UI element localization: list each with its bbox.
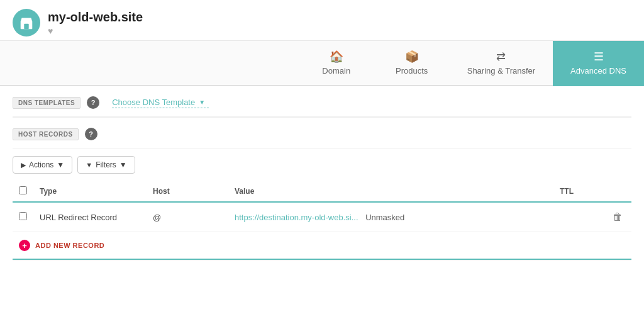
tab-sharing-transfer-label: Sharing & Transfer	[467, 66, 535, 76]
dns-template-dropdown[interactable]: Choose DNS Template ▼	[112, 98, 209, 108]
row-ttl	[553, 202, 604, 232]
main-content: DNS TEMPLATES ? Choose DNS Template ▼ HO…	[0, 86, 644, 273]
tab-products-label: Products	[396, 66, 428, 76]
col-header-actions	[604, 181, 631, 202]
filters-dropdown-icon: ▼	[119, 160, 127, 169]
filters-icon: ▼	[86, 161, 92, 169]
row-type: URL Redirect Record	[33, 202, 147, 232]
table-row: URL Redirect Record @ https://destinatio…	[13, 202, 631, 232]
row-checkbox-cell	[13, 202, 33, 232]
tab-domain-label: Domain	[322, 66, 350, 76]
add-new-record-button[interactable]: ADD NEW RECORD	[35, 242, 104, 249]
add-record-cell: + ADD NEW RECORD	[13, 232, 631, 260]
advanced-dns-icon: ☰	[594, 50, 604, 64]
domain-icon: 🏠	[330, 50, 343, 64]
dns-template-placeholder: Choose DNS Template	[112, 98, 195, 107]
row-host: @	[147, 202, 228, 232]
toolbar: ▶ Actions ▼ ▼ Filters ▼	[13, 148, 631, 179]
dropdown-arrow-icon: ▼	[199, 99, 205, 106]
site-tag: ♥	[48, 26, 143, 36]
header: my-old-web.site ♥	[0, 0, 644, 41]
actions-button[interactable]: ▶ Actions ▼	[13, 156, 72, 174]
dns-templates-help[interactable]: ?	[87, 96, 99, 109]
tab-advanced-dns-label: Advanced DNS	[570, 66, 626, 76]
dns-records-table: Type Host Value TTL	[13, 181, 631, 260]
row-delete-cell: 🗑	[604, 202, 631, 232]
add-record-icon: +	[19, 240, 30, 251]
select-all-checkbox[interactable]	[19, 186, 27, 194]
actions-dropdown-icon: ▼	[57, 160, 64, 169]
col-header-value: Value	[228, 181, 553, 202]
add-record-container: + ADD NEW RECORD	[13, 232, 631, 260]
host-records-label: HOST RECORDS	[13, 128, 79, 140]
host-records-section: HOST RECORDS ? ▶ Actions ▼ ▼ Filters ▼	[13, 117, 631, 260]
add-record-row: + ADD NEW RECORD	[13, 232, 631, 260]
site-name: my-old-web.site	[48, 10, 143, 25]
row-value-link[interactable]: https://destination.my-old-web.si...	[235, 213, 358, 222]
row-value: https://destination.my-old-web.si... Unm…	[228, 202, 553, 232]
row-checkbox[interactable]	[19, 212, 27, 220]
svg-rect-2	[21, 21, 33, 22]
dns-templates-label: DNS TEMPLATES	[13, 97, 80, 109]
actions-play-icon: ▶	[21, 161, 26, 169]
tab-domain[interactable]: 🏠 Domain	[299, 41, 374, 86]
table-header: Type Host Value TTL	[13, 181, 631, 202]
delete-record-button[interactable]: 🗑	[610, 210, 625, 224]
tab-advanced-dns[interactable]: ☰ Advanced DNS	[553, 41, 644, 86]
sharing-transfer-icon: ⇄	[496, 50, 506, 64]
col-header-host: Host	[147, 181, 228, 202]
tab-sharing-transfer[interactable]: ⇄ Sharing & Transfer	[450, 41, 553, 86]
dns-templates-section: DNS TEMPLATES ? Choose DNS Template ▼	[13, 86, 631, 117]
filters-label: Filters	[96, 160, 116, 169]
products-icon: 📦	[405, 50, 419, 64]
col-header-ttl: TTL	[553, 181, 604, 202]
site-logo	[13, 9, 40, 36]
row-value-badge: Unmasked	[365, 213, 404, 222]
col-header-type: Type	[33, 181, 147, 202]
host-records-header: HOST RECORDS ?	[13, 118, 631, 148]
svg-rect-1	[24, 24, 28, 29]
actions-label: Actions	[29, 160, 53, 169]
table-body: URL Redirect Record @ https://destinatio…	[13, 202, 631, 260]
site-info: my-old-web.site ♥	[48, 10, 143, 36]
col-header-check	[13, 181, 33, 202]
filters-button[interactable]: ▼ Filters ▼	[77, 156, 135, 174]
nav-tabs: 🏠 Domain 📦 Products ⇄ Sharing & Transfer…	[0, 41, 644, 86]
host-records-help[interactable]: ?	[85, 128, 97, 140]
tab-products[interactable]: 📦 Products	[374, 41, 450, 86]
